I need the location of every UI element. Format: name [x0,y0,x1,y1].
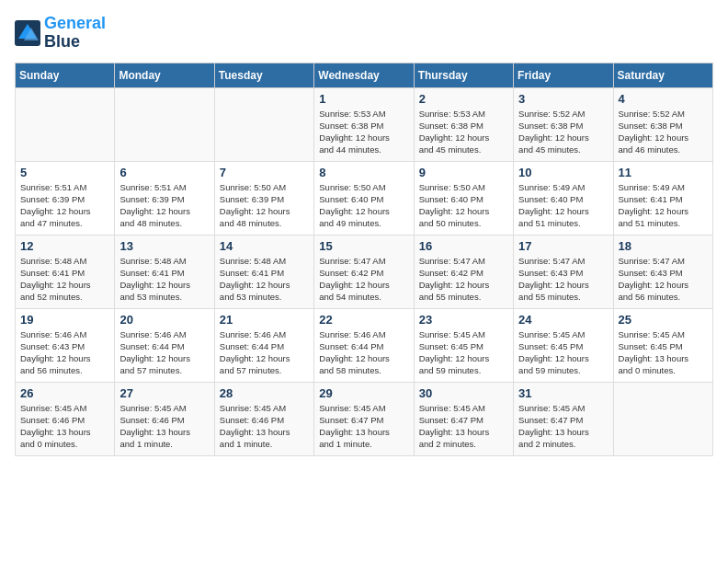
calendar-cell: 2Sunrise: 5:53 AM Sunset: 6:38 PM Daylig… [414,87,513,161]
day-number: 25 [619,313,708,327]
calendar-cell: 10Sunrise: 5:49 AM Sunset: 6:40 PM Dayli… [514,161,613,235]
day-header-wednesday: Wednesday [314,63,414,87]
day-info: Sunrise: 5:46 AM Sunset: 6:43 PM Dayligh… [20,328,109,377]
day-number: 28 [220,386,309,400]
day-number: 4 [619,92,708,106]
calendar-cell: 19Sunrise: 5:46 AM Sunset: 6:43 PM Dayli… [16,308,115,382]
day-number: 13 [119,239,209,253]
day-number: 31 [518,386,608,400]
day-info: Sunrise: 5:46 AM Sunset: 6:44 PM Dayligh… [220,328,309,377]
day-info: Sunrise: 5:46 AM Sunset: 6:44 PM Dayligh… [319,328,408,377]
day-number: 10 [518,166,608,179]
calendar-cell: 12Sunrise: 5:48 AM Sunset: 6:41 PM Dayli… [16,235,115,308]
calendar-cell: 4Sunrise: 5:52 AM Sunset: 6:38 PM Daylig… [613,87,712,161]
day-info: Sunrise: 5:47 AM Sunset: 6:43 PM Dayligh… [518,255,608,304]
calendar-cell: 27Sunrise: 5:45 AM Sunset: 6:46 PM Dayli… [115,382,214,455]
calendar-table: SundayMondayTuesdayWednesdayThursdayFrid… [15,63,713,456]
calendar-cell: 1Sunrise: 5:53 AM Sunset: 6:38 PM Daylig… [314,87,414,161]
calendar-cell: 26Sunrise: 5:45 AM Sunset: 6:46 PM Dayli… [16,382,115,455]
day-info: Sunrise: 5:47 AM Sunset: 6:43 PM Dayligh… [619,255,708,304]
calendar-cell: 11Sunrise: 5:49 AM Sunset: 6:41 PM Dayli… [613,161,712,235]
day-number: 21 [220,313,309,327]
day-number: 15 [319,239,408,253]
day-number: 18 [619,239,708,253]
day-info: Sunrise: 5:48 AM Sunset: 6:41 PM Dayligh… [20,255,109,304]
calendar-cell: 24Sunrise: 5:45 AM Sunset: 6:45 PM Dayli… [514,308,613,382]
day-info: Sunrise: 5:53 AM Sunset: 6:38 PM Dayligh… [319,108,408,156]
day-number: 19 [20,313,109,327]
day-info: Sunrise: 5:51 AM Sunset: 6:39 PM Dayligh… [20,181,109,230]
day-header-monday: Monday [115,63,214,87]
day-number: 5 [20,166,109,179]
calendar-cell: 29Sunrise: 5:45 AM Sunset: 6:47 PM Dayli… [314,382,414,455]
day-number: 14 [220,239,309,253]
day-info: Sunrise: 5:53 AM Sunset: 6:38 PM Dayligh… [419,108,508,156]
calendar-cell: 30Sunrise: 5:45 AM Sunset: 6:47 PM Dayli… [414,382,513,455]
day-info: Sunrise: 5:52 AM Sunset: 6:38 PM Dayligh… [518,108,608,156]
day-number: 2 [419,92,508,106]
calendar-week-row: 1Sunrise: 5:53 AM Sunset: 6:38 PM Daylig… [16,87,713,161]
day-header-tuesday: Tuesday [214,63,313,87]
calendar-cell: 15Sunrise: 5:47 AM Sunset: 6:42 PM Dayli… [314,235,414,308]
calendar-cell [16,87,115,161]
day-number: 22 [319,313,408,327]
calendar-week-row: 19Sunrise: 5:46 AM Sunset: 6:43 PM Dayli… [16,308,713,382]
calendar-cell: 5Sunrise: 5:51 AM Sunset: 6:39 PM Daylig… [16,161,115,235]
day-info: Sunrise: 5:50 AM Sunset: 6:39 PM Dayligh… [220,181,309,230]
calendar-cell [613,382,712,455]
day-header-saturday: Saturday [613,63,712,87]
day-number: 6 [119,166,209,179]
calendar-week-row: 5Sunrise: 5:51 AM Sunset: 6:39 PM Daylig… [16,161,713,235]
calendar-cell: 9Sunrise: 5:50 AM Sunset: 6:40 PM Daylig… [414,161,513,235]
day-number: 16 [419,239,508,253]
calendar-cell: 18Sunrise: 5:47 AM Sunset: 6:43 PM Dayli… [613,235,712,308]
logo-text: GeneralBlue [44,15,106,52]
calendar-cell: 17Sunrise: 5:47 AM Sunset: 6:43 PM Dayli… [514,235,613,308]
day-info: Sunrise: 5:48 AM Sunset: 6:41 PM Dayligh… [119,255,209,304]
day-info: Sunrise: 5:49 AM Sunset: 6:40 PM Dayligh… [518,181,608,230]
day-number: 1 [319,92,408,106]
day-info: Sunrise: 5:45 AM Sunset: 6:47 PM Dayligh… [319,402,408,451]
calendar-cell [115,87,214,161]
day-info: Sunrise: 5:45 AM Sunset: 6:46 PM Dayligh… [220,402,309,451]
day-number: 8 [319,166,408,179]
day-number: 26 [20,386,109,400]
day-header-friday: Friday [514,63,613,87]
day-info: Sunrise: 5:45 AM Sunset: 6:46 PM Dayligh… [20,402,109,451]
day-number: 20 [119,313,209,327]
calendar-cell: 14Sunrise: 5:48 AM Sunset: 6:41 PM Dayli… [214,235,313,308]
day-number: 12 [20,239,109,253]
day-info: Sunrise: 5:52 AM Sunset: 6:38 PM Dayligh… [619,108,708,156]
day-number: 11 [619,166,708,179]
day-info: Sunrise: 5:49 AM Sunset: 6:41 PM Dayligh… [619,181,708,230]
day-number: 17 [518,239,608,253]
calendar-cell: 8Sunrise: 5:50 AM Sunset: 6:40 PM Daylig… [314,161,414,235]
logo: GeneralBlue [15,15,106,52]
day-number: 23 [419,313,508,327]
day-info: Sunrise: 5:46 AM Sunset: 6:44 PM Dayligh… [119,328,209,377]
day-number: 30 [419,386,508,400]
day-info: Sunrise: 5:47 AM Sunset: 6:42 PM Dayligh… [419,255,508,304]
calendar-cell: 28Sunrise: 5:45 AM Sunset: 6:46 PM Dayli… [214,382,313,455]
day-info: Sunrise: 5:50 AM Sunset: 6:40 PM Dayligh… [419,181,508,230]
day-info: Sunrise: 5:48 AM Sunset: 6:41 PM Dayligh… [220,255,309,304]
calendar-cell: 21Sunrise: 5:46 AM Sunset: 6:44 PM Dayli… [214,308,313,382]
day-info: Sunrise: 5:45 AM Sunset: 6:47 PM Dayligh… [518,402,608,451]
day-number: 24 [518,313,608,327]
day-number: 7 [220,166,309,179]
day-number: 9 [419,166,508,179]
day-number: 3 [518,92,608,106]
calendar-cell: 3Sunrise: 5:52 AM Sunset: 6:38 PM Daylig… [514,87,613,161]
day-number: 29 [319,386,408,400]
day-info: Sunrise: 5:47 AM Sunset: 6:42 PM Dayligh… [319,255,408,304]
calendar-cell: 22Sunrise: 5:46 AM Sunset: 6:44 PM Dayli… [314,308,414,382]
calendar-cell: 7Sunrise: 5:50 AM Sunset: 6:39 PM Daylig… [214,161,313,235]
logo-icon [15,20,40,46]
day-info: Sunrise: 5:45 AM Sunset: 6:47 PM Dayligh… [419,402,508,451]
page-header: GeneralBlue [15,15,713,52]
calendar-cell [214,87,313,161]
day-info: Sunrise: 5:51 AM Sunset: 6:39 PM Dayligh… [119,181,209,230]
calendar-cell: 6Sunrise: 5:51 AM Sunset: 6:39 PM Daylig… [115,161,214,235]
day-info: Sunrise: 5:45 AM Sunset: 6:45 PM Dayligh… [518,328,608,377]
day-header-thursday: Thursday [414,63,513,87]
